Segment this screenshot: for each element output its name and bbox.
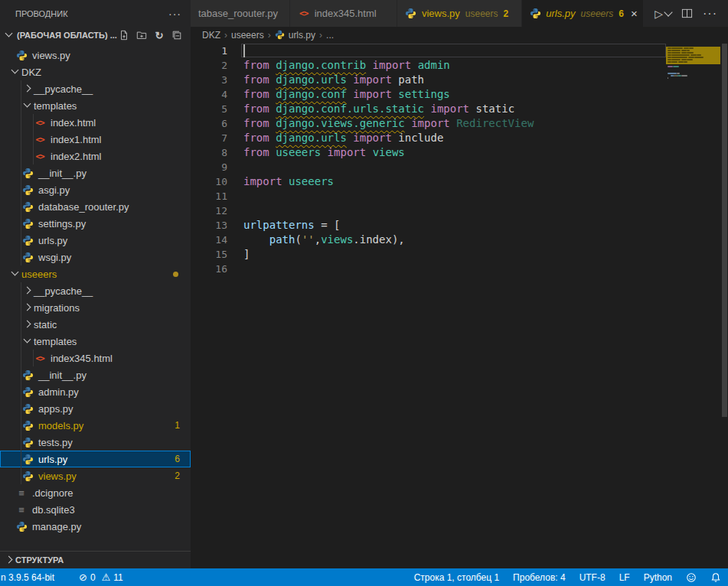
tree-file-asgi.py[interactable]: asgi.py bbox=[0, 181, 191, 198]
bell-icon[interactable] bbox=[704, 568, 728, 586]
indent-guide bbox=[21, 350, 21, 366]
tree-file-urls.py[interactable]: urls.py6 bbox=[0, 451, 191, 467]
code-line-2[interactable]: 2from django.contrib import admin bbox=[191, 58, 728, 73]
tree-file-index1.html[interactable]: <>index1.html bbox=[0, 131, 191, 148]
code-line-4[interactable]: 4from django.conf import settings bbox=[191, 87, 728, 102]
code-text: from useeers import views bbox=[243, 145, 405, 160]
tree-file-models.py[interactable]: models.py1 bbox=[0, 417, 191, 434]
run-button[interactable]: ▷ bbox=[655, 8, 671, 20]
tab-tabase_roouter.py[interactable]: tabase_roouter.py bbox=[191, 0, 290, 27]
tree-file-apps.py[interactable]: apps.py bbox=[0, 400, 191, 417]
tree-file-wsgi.py[interactable]: wsgi.py bbox=[0, 249, 191, 265]
tree-file-index2.html[interactable]: <>index2.html bbox=[0, 148, 191, 164]
tree-file-db.sqlite3[interactable]: ≡db.sqlite3 bbox=[0, 501, 191, 518]
eol-status[interactable]: LF bbox=[612, 568, 637, 586]
tree-file-urls.py[interactable]: urls.py bbox=[0, 232, 191, 249]
chevron-right-icon bbox=[21, 318, 34, 330]
code-line-10[interactable]: 10import useeers bbox=[191, 174, 728, 189]
tree-folder-__pycache__[interactable]: __pycache__ bbox=[0, 80, 191, 97]
tree-folder-migrations[interactable]: migrations bbox=[0, 299, 191, 316]
code-line-15[interactable]: 15] bbox=[191, 247, 728, 262]
minimap-line bbox=[690, 54, 696, 56]
code-line-1[interactable]: 1 bbox=[191, 44, 728, 58]
new-folder-icon[interactable] bbox=[135, 29, 148, 41]
line-number: 4 bbox=[191, 87, 243, 102]
workspace-section-header[interactable]: (РАБОЧАЯ ОБЛАСТЬ) ... ↻ bbox=[0, 27, 191, 44]
tree-file-views.py[interactable]: views.py2 bbox=[0, 467, 191, 484]
python-version-status[interactable]: n 3.9.5 64-bit bbox=[0, 568, 61, 586]
code-line-6[interactable]: 6from django.views.generic import Redire… bbox=[191, 116, 728, 131]
language-status[interactable]: Python bbox=[637, 568, 679, 586]
tree-item-label: __pycache__ bbox=[34, 83, 93, 95]
tree-item-label: views.py bbox=[38, 470, 77, 482]
feedback-icon[interactable] bbox=[679, 568, 704, 586]
code-text: from django.contrib import admin bbox=[243, 58, 450, 73]
tree-folder-DKZ[interactable]: DKZ bbox=[0, 63, 191, 80]
vertical-scrollbar[interactable] bbox=[720, 44, 728, 568]
tree-file-index.html[interactable]: <>index.html bbox=[0, 114, 191, 131]
cursor-position-status[interactable]: Строка 1, столбец 1 bbox=[413, 568, 506, 586]
tree-file-__init__.py[interactable]: __init__.py bbox=[0, 164, 191, 181]
code-line-14[interactable]: 14 path('',views.index), bbox=[191, 233, 728, 247]
breadcrumb-item-DKZ[interactable]: DKZ bbox=[202, 30, 220, 41]
tree-file-database_roouter.py[interactable]: database_roouter.py bbox=[0, 198, 191, 215]
breadcrumb-item-...[interactable]: ... bbox=[326, 30, 334, 41]
code-line-8[interactable]: 8from useeers import views bbox=[191, 145, 728, 160]
tree-item-label: __init__.py bbox=[38, 370, 87, 381]
tree-file-index345.html[interactable]: <>index345.html bbox=[0, 350, 191, 366]
tree-file-tests.py[interactable]: tests.py bbox=[0, 434, 191, 451]
collapse-all-icon[interactable] bbox=[171, 29, 183, 41]
tree-file-settings.py[interactable]: settings.py bbox=[0, 215, 191, 232]
tree-folder-templates[interactable]: templates bbox=[0, 97, 191, 114]
outline-section-header[interactable]: СТРУКТУРА bbox=[0, 551, 191, 568]
code-line-9[interactable]: 9 bbox=[191, 160, 728, 174]
tab-label: urls.py bbox=[546, 8, 575, 19]
code-editor[interactable]: 12from django.contrib import admin3from … bbox=[191, 44, 728, 568]
tree-item-label: wsgi.py bbox=[38, 252, 71, 263]
code-line-13[interactable]: 13urlpatterns = [ bbox=[191, 218, 728, 233]
indent-guide bbox=[21, 198, 21, 215]
tree-file-views.py[interactable]: views.py bbox=[0, 47, 191, 63]
status-bar: n 3.9.5 64-bit ⊘ 0 ⚠ 11 Строка 1, столбе… bbox=[0, 568, 728, 586]
indent-guide bbox=[33, 350, 34, 366]
html-icon: <> bbox=[34, 352, 46, 364]
tree-item-label: templates bbox=[34, 336, 77, 347]
tree-file-manage.py[interactable]: manage.py bbox=[0, 518, 191, 535]
tree-item-label: useeers bbox=[21, 269, 57, 280]
code-line-7[interactable]: 7from django.urls import include bbox=[191, 131, 728, 145]
code-line-16[interactable]: 16 bbox=[191, 262, 728, 276]
indentation-status[interactable]: Пробелов: 4 bbox=[506, 568, 573, 586]
tab-urls.py[interactable]: urls.pyuseeers6× bbox=[522, 0, 644, 27]
indent-guide bbox=[21, 467, 21, 484]
tree-file-__init__.py[interactable]: __init__.py bbox=[0, 366, 191, 383]
code-line-12[interactable]: 12 bbox=[191, 203, 728, 218]
scrollbar-slider[interactable] bbox=[722, 44, 727, 417]
tree-file-admin.py[interactable]: admin.py bbox=[0, 383, 191, 400]
code-line-11[interactable]: 11 bbox=[191, 189, 728, 203]
explorer-more-icon[interactable]: ··· bbox=[168, 8, 181, 20]
python-icon bbox=[21, 419, 34, 431]
close-icon[interactable]: × bbox=[631, 8, 638, 19]
new-file-icon[interactable] bbox=[118, 29, 130, 41]
tab-views.py[interactable]: views.pyuseeers2 bbox=[397, 0, 522, 27]
encoding-status[interactable]: UTF-8 bbox=[573, 568, 612, 586]
code-line-3[interactable]: 3from django.urls import path bbox=[191, 73, 728, 87]
minimap[interactable] bbox=[666, 44, 720, 568]
python-icon bbox=[21, 436, 34, 448]
tree-folder-useeers[interactable]: useeers bbox=[0, 265, 191, 282]
tab-index345.html[interactable]: <>index345.html bbox=[290, 0, 397, 27]
line-number: 5 bbox=[191, 102, 243, 116]
tree-file-.dcignore[interactable]: ≡.dcignore bbox=[0, 484, 191, 501]
code-lines[interactable]: 12from django.contrib import admin3from … bbox=[191, 44, 728, 276]
line-number: 12 bbox=[191, 203, 243, 218]
problems-status[interactable]: ⊘ 0 ⚠ 11 bbox=[72, 568, 130, 586]
tree-folder-static[interactable]: static bbox=[0, 316, 191, 333]
more-actions-icon[interactable]: ··· bbox=[703, 7, 717, 21]
tree-folder-__pycache__[interactable]: __pycache__ bbox=[0, 282, 191, 299]
code-line-5[interactable]: 5from django.conf.urls.static import sta… bbox=[191, 102, 728, 116]
breadcrumb-item-urls.py[interactable]: urls.py bbox=[275, 30, 315, 41]
breadcrumb-item-useeers[interactable]: useeers bbox=[231, 30, 264, 41]
refresh-icon[interactable]: ↻ bbox=[153, 29, 165, 41]
tree-folder-templates[interactable]: templates bbox=[0, 333, 191, 350]
split-editor-icon[interactable] bbox=[681, 8, 693, 19]
